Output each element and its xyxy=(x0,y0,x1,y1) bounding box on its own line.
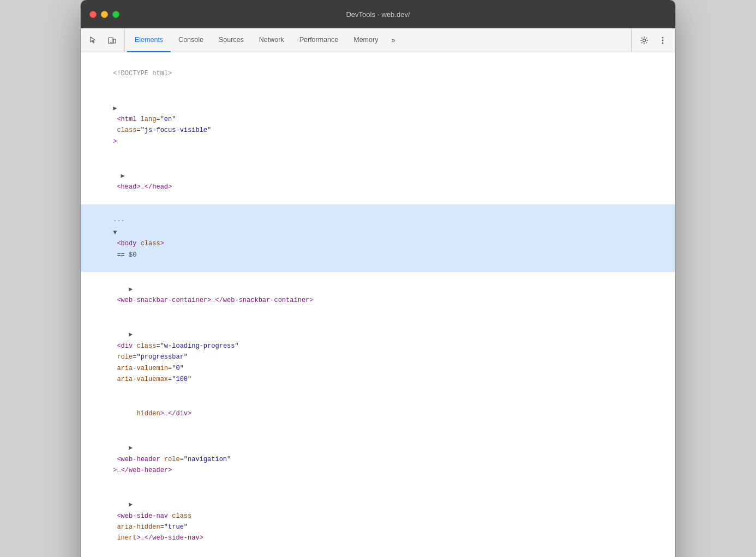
tab-sources[interactable]: Sources xyxy=(211,28,251,52)
websidenav-triangle[interactable]: ▶ xyxy=(129,501,133,508)
inspect-element-button[interactable] xyxy=(85,32,101,49)
tab-performance[interactable]: Performance xyxy=(292,28,346,52)
vertical-dots-icon xyxy=(662,36,664,45)
maximize-button[interactable] xyxy=(112,11,119,18)
tabbar-right-actions xyxy=(631,28,671,52)
svg-point-5 xyxy=(662,39,664,41)
collapse-triangle[interactable]: ▶ xyxy=(113,105,117,112)
head-triangle[interactable]: ▶ xyxy=(121,172,125,180)
more-tabs-button[interactable]: » xyxy=(386,28,400,52)
minimize-button[interactable] xyxy=(101,11,108,18)
traffic-lights xyxy=(89,11,119,18)
snackbar-triangle[interactable]: ▶ xyxy=(129,286,133,293)
settings-button[interactable] xyxy=(636,32,652,49)
dom-line-doctype: <!DOCTYPE html> xyxy=(81,57,675,91)
titlebar: DevTools - web.dev/ xyxy=(81,0,675,28)
tab-elements[interactable]: Elements xyxy=(127,28,171,52)
dom-panel: <!DOCTYPE html> ▶ <html lang="en" class=… xyxy=(81,52,675,557)
device-toolbar-button[interactable] xyxy=(104,32,120,49)
main-tabbar: Elements Console Sources Network Perform… xyxy=(81,28,675,52)
tab-memory[interactable]: Memory xyxy=(346,28,386,52)
svg-rect-1 xyxy=(113,39,116,43)
svg-point-3 xyxy=(643,39,646,41)
dom-line-body[interactable]: ··· ▼ <body class> == $0 xyxy=(81,204,675,272)
tab-console[interactable]: Console xyxy=(171,28,211,52)
cursor-icon xyxy=(89,36,98,45)
svg-point-4 xyxy=(662,37,664,38)
more-options-button[interactable] xyxy=(655,32,671,49)
dom-line-web-header[interactable]: ▶ <web-header role="navigation" >…</web-… xyxy=(81,431,675,488)
gear-icon xyxy=(640,36,649,45)
dom-line-loading[interactable]: ▶ <div class="w-loading-progress" role="… xyxy=(81,318,675,397)
toolbar-icons xyxy=(85,28,125,52)
svg-point-6 xyxy=(662,42,664,44)
device-icon xyxy=(107,36,116,45)
close-button[interactable] xyxy=(89,11,97,18)
window-title: DevTools - web.dev/ xyxy=(346,10,410,19)
dom-line-html[interactable]: ▶ <html lang="en" class="js-focus-visibl… xyxy=(81,91,675,159)
dom-line-head[interactable]: ▶ <head>…</head> xyxy=(81,159,675,205)
devtools-window: DevTools - web.dev/ Elements Console xyxy=(81,0,675,557)
body-triangle[interactable]: ▼ xyxy=(113,229,117,237)
dom-line-web-side-nav[interactable]: ▶ <web-side-nav class aria-hidden="true"… xyxy=(81,488,675,555)
webheader-triangle[interactable]: ▶ xyxy=(129,444,133,452)
tab-network[interactable]: Network xyxy=(251,28,292,52)
loading-triangle[interactable]: ▶ xyxy=(129,331,133,338)
dom-line-loading-cont: hidden>…</div> xyxy=(81,397,675,431)
dom-line-snackbar[interactable]: ▶ <web-snackbar-container>…</web-snackba… xyxy=(81,272,675,318)
